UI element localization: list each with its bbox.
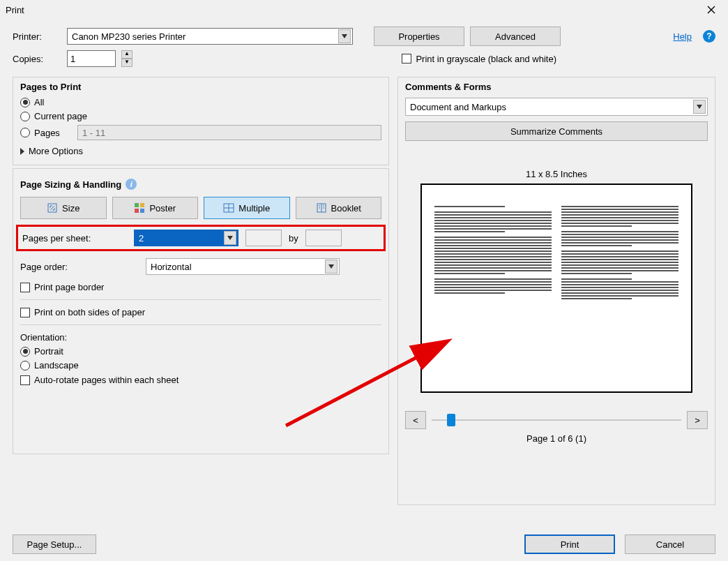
preview-slider[interactable] bbox=[432, 411, 681, 429]
pages-title: Pages to Print bbox=[20, 82, 381, 92]
spin-up-icon: ▲ bbox=[121, 50, 132, 59]
radio-portrait[interactable]: Portrait bbox=[20, 346, 381, 357]
radio-current[interactable]: Current page bbox=[20, 111, 381, 121]
landscape-label: Landscape bbox=[34, 360, 79, 371]
duplex-label: Print on both sides of paper bbox=[34, 307, 145, 317]
copies-input[interactable]: 1 bbox=[67, 50, 116, 67]
dropdown-icon bbox=[693, 100, 706, 114]
border-label: Print page border bbox=[34, 282, 104, 292]
info-icon[interactable]: i bbox=[126, 179, 137, 190]
page-counter: Page 1 of 6 (1) bbox=[405, 433, 708, 444]
preview-next-button[interactable]: > bbox=[687, 411, 708, 429]
tab-booklet[interactable]: Booklet bbox=[296, 197, 382, 219]
checkbox-icon bbox=[402, 54, 411, 63]
more-options-toggle[interactable]: More Options bbox=[20, 146, 381, 156]
checkbox-icon bbox=[20, 283, 30, 292]
printer-label: Printer: bbox=[13, 31, 61, 42]
pps-label: Pages per sheet: bbox=[22, 233, 127, 244]
summarize-label: Summarize Comments bbox=[510, 126, 602, 137]
radio-landscape[interactable]: Landscape bbox=[20, 360, 381, 371]
pages-per-sheet-row: Pages per sheet: 2 by bbox=[16, 225, 386, 251]
pagesetup-label: Page Setup... bbox=[27, 539, 82, 550]
tab-multiple-label: Multiple bbox=[238, 203, 270, 214]
copies-value: 1 bbox=[70, 54, 75, 64]
sizing-title: Page Sizing & Handling bbox=[20, 179, 121, 190]
advanced-button[interactable]: Advanced bbox=[470, 27, 561, 46]
multiple-icon bbox=[223, 202, 234, 214]
copies-label: Copies: bbox=[13, 54, 61, 64]
pages-to-print-group: Pages to Print All Current page Pages 1 … bbox=[13, 77, 389, 165]
orientation-label: Orientation: bbox=[20, 332, 381, 343]
pages-per-sheet-select[interactable]: 2 bbox=[134, 230, 238, 246]
svg-rect-1 bbox=[135, 203, 139, 207]
paper-dimensions: 11 x 8.5 Inches bbox=[405, 169, 708, 179]
properties-button[interactable]: Properties bbox=[374, 27, 464, 46]
grayscale-label: Print in grayscale (black and white) bbox=[416, 54, 556, 64]
radio-icon bbox=[20, 112, 30, 121]
comments-forms-group: Comments & Forms Document and Markups Su… bbox=[397, 77, 715, 505]
svg-rect-3 bbox=[135, 209, 139, 213]
custom-cols-input[interactable] bbox=[245, 230, 282, 246]
chevron-left-icon: < bbox=[413, 415, 418, 426]
print-label: Print bbox=[561, 539, 579, 550]
radio-current-label: Current page bbox=[34, 111, 87, 121]
print-button[interactable]: Print bbox=[524, 534, 615, 554]
summarize-comments-button[interactable]: Summarize Comments bbox=[405, 121, 708, 141]
dropdown-icon bbox=[325, 260, 338, 274]
slider-thumb[interactable] bbox=[447, 414, 455, 426]
printer-value: Canon MP230 series Printer bbox=[72, 31, 185, 42]
help-link[interactable]: Help bbox=[673, 31, 692, 42]
pages-range-input[interactable]: 1 - 11 bbox=[77, 125, 381, 140]
sizing-handling-group: Page Sizing & Handling i Size Poster Mul… bbox=[13, 168, 389, 454]
tab-booklet-label: Booklet bbox=[331, 203, 361, 214]
slider-track bbox=[432, 419, 681, 421]
order-label: Page order: bbox=[20, 262, 139, 272]
grayscale-checkbox[interactable]: Print in grayscale (black and white) bbox=[402, 54, 556, 64]
tab-poster-label: Poster bbox=[149, 203, 176, 214]
printer-select[interactable]: Canon MP230 series Printer bbox=[67, 28, 353, 45]
preview-page-right bbox=[561, 206, 678, 371]
radio-pages[interactable]: Pages 1 - 11 bbox=[20, 125, 381, 140]
booklet-icon bbox=[316, 202, 327, 214]
more-options-label: More Options bbox=[29, 146, 83, 156]
radio-icon bbox=[20, 98, 30, 107]
checkbox-icon bbox=[20, 375, 30, 385]
tab-size-label: Size bbox=[62, 203, 79, 214]
spin-down-icon: ▼ bbox=[121, 59, 132, 67]
radio-icon bbox=[20, 128, 30, 137]
cf-title: Comments & Forms bbox=[405, 82, 708, 92]
autorotate-checkbox[interactable]: Auto-rotate pages within each sheet bbox=[20, 375, 381, 385]
pages-range-value: 1 - 11 bbox=[82, 128, 105, 138]
tab-multiple[interactable]: Multiple bbox=[204, 197, 290, 219]
radio-all-label: All bbox=[34, 97, 44, 107]
portrait-label: Portrait bbox=[34, 346, 63, 357]
size-icon bbox=[47, 202, 58, 214]
order-value: Horizontal bbox=[151, 262, 192, 272]
triangle-right-icon bbox=[20, 148, 24, 155]
radio-all[interactable]: All bbox=[20, 97, 381, 107]
preview-prev-button[interactable]: < bbox=[405, 411, 426, 429]
svg-rect-4 bbox=[140, 209, 144, 213]
tab-size[interactable]: Size bbox=[20, 197, 107, 219]
page-setup-button[interactable]: Page Setup... bbox=[13, 534, 96, 554]
cancel-button[interactable]: Cancel bbox=[625, 534, 715, 554]
tab-poster[interactable]: Poster bbox=[112, 197, 199, 219]
close-button[interactable] bbox=[697, 1, 725, 18]
page-order-select[interactable]: Horizontal bbox=[146, 258, 340, 275]
dropdown-icon bbox=[338, 29, 351, 43]
custom-rows-input[interactable] bbox=[305, 230, 342, 246]
preview-page-left bbox=[434, 206, 552, 371]
comments-forms-select[interactable]: Document and Markups bbox=[405, 98, 708, 116]
help-icon[interactable]: ? bbox=[703, 30, 715, 43]
print-border-checkbox[interactable]: Print page border bbox=[20, 282, 381, 292]
by-label: by bbox=[289, 233, 298, 244]
radio-pages-label: Pages bbox=[34, 128, 73, 138]
pps-value: 2 bbox=[139, 233, 144, 244]
svg-rect-2 bbox=[140, 203, 144, 207]
duplex-checkbox[interactable]: Print on both sides of paper bbox=[20, 307, 381, 317]
dropdown-icon bbox=[224, 231, 236, 245]
radio-icon bbox=[20, 347, 30, 357]
properties-label: Properties bbox=[398, 31, 439, 42]
window-title: Print bbox=[6, 5, 24, 15]
copies-spinner[interactable]: ▲▼ bbox=[121, 50, 132, 67]
